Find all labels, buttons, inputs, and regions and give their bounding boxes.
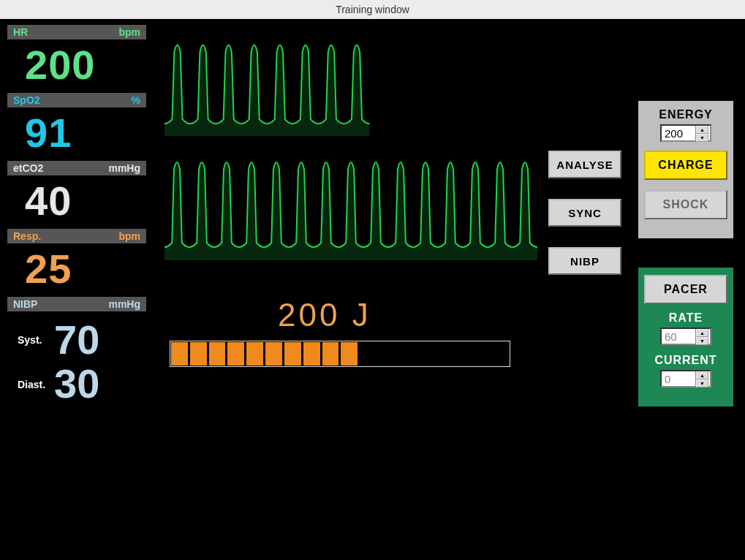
progress-segment (171, 342, 188, 366)
progress-segment (360, 342, 377, 366)
etco2-value: 40 (7, 176, 146, 229)
ecg-waveform-bottom (164, 151, 537, 260)
waveform-area (164, 34, 537, 311)
pacer-rate-down[interactable]: ▼ (696, 337, 708, 345)
resp-header: Resp. bpm (7, 229, 146, 244)
energy-spinbox[interactable]: ▲ ▼ (660, 124, 711, 142)
charge-progress-bar (170, 341, 510, 367)
pacer-rate-up[interactable]: ▲ (696, 329, 708, 337)
hr-label: HR (13, 26, 28, 38)
progress-segment (341, 342, 358, 366)
spo2-value: 91 (7, 108, 146, 161)
analyse-button[interactable]: ANALYSE (548, 151, 621, 178)
mid-controls: ANALYSE SYNC NIBP (548, 151, 621, 295)
energy-readout: 200 J (278, 297, 371, 333)
resp-unit: bpm (118, 230, 140, 242)
progress-segment (227, 342, 244, 366)
progress-segment (303, 342, 320, 366)
nibp-syst-value: 70 (54, 318, 99, 362)
energy-step-up[interactable]: ▲ (696, 126, 708, 134)
energy-label: ENERGY (644, 108, 727, 121)
progress-segment (246, 342, 263, 366)
etco2-header: etCO2 mmHg (7, 161, 146, 176)
progress-segment (190, 342, 207, 366)
window-title: Training window (0, 0, 745, 19)
progress-segment (398, 342, 415, 366)
spo2-label: SpO2 (13, 94, 40, 106)
energy-step-down[interactable]: ▼ (696, 134, 708, 142)
pacer-current-spinbox[interactable]: ▲ ▼ (660, 370, 711, 387)
nibp-button[interactable]: NIBP (548, 247, 621, 275)
nibp-syst-label: Syst. (18, 334, 54, 346)
progress-segment (209, 342, 226, 366)
etco2-unit: mmHg (108, 162, 140, 174)
pacer-rate-spinbox[interactable]: ▲ ▼ (660, 328, 711, 345)
resp-label: Resp. (13, 230, 41, 242)
hr-unit: bpm (118, 26, 140, 38)
progress-segment (322, 342, 339, 366)
pacer-current-input[interactable] (662, 371, 695, 386)
progress-segment (473, 342, 490, 366)
nibp-values: Syst. 70 Diast. 30 (7, 312, 146, 412)
nibp-unit: mmHg (108, 298, 140, 310)
hr-header: HR bpm (7, 25, 146, 40)
energy-input[interactable] (662, 126, 695, 140)
pacer-current-label: CURRENT (644, 354, 727, 367)
charge-button[interactable]: CHARGE (644, 151, 727, 180)
progress-segment (492, 342, 509, 366)
app-frame: HR bpm 200 SpO2 % 91 etCO2 mmHg 40 Resp.… (0, 19, 745, 560)
sync-button[interactable]: SYNC (548, 199, 621, 227)
pacer-rate-label: RATE (644, 311, 727, 325)
etco2-label: etCO2 (13, 162, 43, 174)
vitals-column: HR bpm 200 SpO2 % 91 etCO2 mmHg 40 Resp.… (7, 25, 146, 412)
progress-segment (454, 342, 471, 366)
progress-segment (379, 342, 396, 366)
pacer-button[interactable]: PACER (644, 275, 727, 304)
ecg-waveform-top (164, 34, 537, 136)
shock-button[interactable]: SHOCK (644, 190, 727, 219)
nibp-diast-value: 30 (54, 362, 99, 406)
spo2-header: SpO2 % (7, 93, 146, 108)
nibp-diast-label: Diast. (18, 379, 54, 390)
progress-segment (265, 342, 282, 366)
pacer-current-down[interactable]: ▼ (696, 379, 708, 387)
progress-segment (417, 342, 434, 366)
hr-value: 200 (7, 40, 146, 93)
nibp-label: NIBP (13, 298, 37, 310)
defib-panel: ENERGY ▲ ▼ CHARGE SHOCK (638, 101, 733, 238)
pacer-rate-input[interactable] (662, 329, 695, 344)
pacer-current-up[interactable]: ▲ (696, 371, 708, 379)
progress-segment (436, 342, 453, 366)
spo2-unit: % (132, 94, 140, 106)
pacer-panel: PACER RATE ▲ ▼ CURRENT ▲ ▼ (638, 268, 733, 406)
nibp-header: NIBP mmHg (7, 297, 146, 312)
resp-value: 25 (7, 244, 146, 297)
progress-segment (284, 342, 301, 366)
